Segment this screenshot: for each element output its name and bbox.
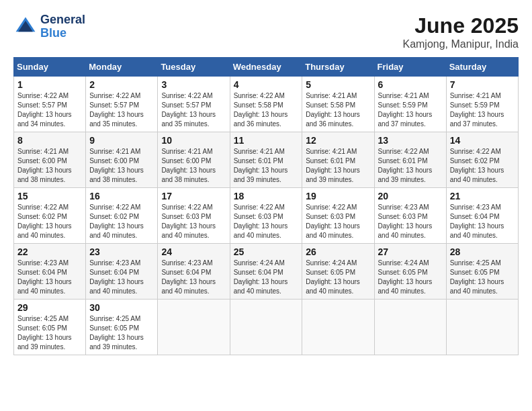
day-info: Sunrise: 4:22 AM Sunset: 5:57 PM Dayligh… [161,91,226,129]
day-info: Sunrise: 4:25 AM Sunset: 6:05 PM Dayligh… [17,314,82,352]
day-info: Sunrise: 4:25 AM Sunset: 6:05 PM Dayligh… [450,259,515,296]
day-info: Sunrise: 4:22 AM Sunset: 6:03 PM Dayligh… [234,203,299,240]
header: General Blue June 2025 Kamjong, Manipur,… [13,13,519,50]
day-info: Sunrise: 4:23 AM Sunset: 6:04 PM Dayligh… [17,259,82,296]
calendar-cell [446,300,518,355]
calendar-cell: 11Sunrise: 4:21 AM Sunset: 6:01 PM Dayli… [230,132,302,188]
calendar-cell: 5Sunrise: 4:21 AM Sunset: 5:58 PM Daylig… [302,77,374,132]
calendar-cell: 23Sunrise: 4:23 AM Sunset: 6:04 PM Dayli… [86,244,158,300]
day-number: 17 [161,191,226,201]
logo: General Blue [13,13,85,40]
calendar-cell: 2Sunrise: 4:22 AM Sunset: 5:57 PM Daylig… [86,77,158,132]
day-info: Sunrise: 4:22 AM Sunset: 5:58 PM Dayligh… [234,91,299,129]
calendar-cell: 17Sunrise: 4:22 AM Sunset: 6:03 PM Dayli… [158,188,230,244]
header-row: SundayMondayTuesdayWednesdayThursdayFrid… [14,58,519,77]
calendar-cell: 4Sunrise: 4:22 AM Sunset: 5:58 PM Daylig… [230,77,302,132]
calendar-week-3: 15Sunrise: 4:22 AM Sunset: 6:02 PM Dayli… [14,188,519,244]
day-number: 22 [17,246,82,257]
calendar-cell: 12Sunrise: 4:21 AM Sunset: 6:01 PM Dayli… [302,132,374,188]
calendar-cell: 15Sunrise: 4:22 AM Sunset: 6:02 PM Dayli… [14,188,86,244]
day-number: 23 [89,246,154,257]
day-info: Sunrise: 4:23 AM Sunset: 6:04 PM Dayligh… [450,203,515,240]
col-header-friday: Friday [374,58,446,77]
col-header-tuesday: Tuesday [158,58,230,77]
calendar-table: SundayMondayTuesdayWednesdayThursdayFrid… [13,57,519,355]
logo-line1: General [40,13,85,27]
day-number: 16 [89,191,154,201]
day-number: 19 [306,191,370,201]
day-info: Sunrise: 4:22 AM Sunset: 5:57 PM Dayligh… [17,91,82,129]
logo-icon [13,15,38,39]
location-title: Kamjong, Manipur, India [402,38,519,50]
day-number: 21 [450,191,515,201]
col-header-saturday: Saturday [446,58,518,77]
month-title: June 2025 [402,13,519,38]
day-info: Sunrise: 4:21 AM Sunset: 6:00 PM Dayligh… [161,147,226,185]
day-info: Sunrise: 4:22 AM Sunset: 6:03 PM Dayligh… [161,203,226,240]
day-number: 4 [234,79,299,90]
logo-line2: Blue [40,27,85,40]
day-info: Sunrise: 4:21 AM Sunset: 5:59 PM Dayligh… [450,91,515,129]
day-number: 15 [17,191,82,201]
calendar-cell [302,300,374,355]
calendar-cell [158,300,230,355]
day-info: Sunrise: 4:24 AM Sunset: 6:04 PM Dayligh… [234,259,299,296]
day-number: 18 [234,191,299,201]
logo-text: General Blue [40,13,85,40]
day-number: 11 [234,135,299,146]
day-info: Sunrise: 4:21 AM Sunset: 5:58 PM Dayligh… [306,91,370,129]
day-number: 8 [17,135,82,146]
day-info: Sunrise: 4:25 AM Sunset: 6:05 PM Dayligh… [89,314,154,352]
day-number: 7 [450,79,515,90]
day-info: Sunrise: 4:24 AM Sunset: 6:05 PM Dayligh… [378,259,443,296]
day-info: Sunrise: 4:24 AM Sunset: 6:05 PM Dayligh… [306,259,370,296]
calendar-cell: 25Sunrise: 4:24 AM Sunset: 6:04 PM Dayli… [230,244,302,300]
day-info: Sunrise: 4:23 AM Sunset: 6:04 PM Dayligh… [89,259,154,296]
day-number: 5 [306,79,370,90]
day-number: 29 [17,302,82,313]
col-header-sunday: Sunday [14,58,86,77]
calendar-cell: 9Sunrise: 4:21 AM Sunset: 6:00 PM Daylig… [86,132,158,188]
calendar-cell: 7Sunrise: 4:21 AM Sunset: 5:59 PM Daylig… [446,77,518,132]
calendar-cell: 10Sunrise: 4:21 AM Sunset: 6:00 PM Dayli… [158,132,230,188]
calendar-week-1: 1Sunrise: 4:22 AM Sunset: 5:57 PM Daylig… [14,77,519,132]
calendar-cell: 21Sunrise: 4:23 AM Sunset: 6:04 PM Dayli… [446,188,518,244]
day-number: 27 [378,246,443,257]
day-number: 10 [161,135,226,146]
calendar-cell: 6Sunrise: 4:21 AM Sunset: 5:59 PM Daylig… [374,77,446,132]
calendar-cell [230,300,302,355]
day-info: Sunrise: 4:21 AM Sunset: 6:00 PM Dayligh… [17,147,82,185]
calendar-cell: 1Sunrise: 4:22 AM Sunset: 5:57 PM Daylig… [14,77,86,132]
calendar-cell: 22Sunrise: 4:23 AM Sunset: 6:04 PM Dayli… [14,244,86,300]
calendar-cell: 14Sunrise: 4:22 AM Sunset: 6:02 PM Dayli… [446,132,518,188]
day-number: 2 [89,79,154,90]
calendar-cell: 29Sunrise: 4:25 AM Sunset: 6:05 PM Dayli… [14,300,86,355]
day-number: 3 [161,79,226,90]
col-header-wednesday: Wednesday [230,58,302,77]
calendar-cell: 26Sunrise: 4:24 AM Sunset: 6:05 PM Dayli… [302,244,374,300]
title-area: June 2025 Kamjong, Manipur, India [402,13,519,50]
calendar-cell: 18Sunrise: 4:22 AM Sunset: 6:03 PM Dayli… [230,188,302,244]
calendar-week-2: 8Sunrise: 4:21 AM Sunset: 6:00 PM Daylig… [14,132,519,188]
day-number: 20 [378,191,443,201]
calendar-week-5: 29Sunrise: 4:25 AM Sunset: 6:05 PM Dayli… [14,300,519,355]
day-number: 25 [234,246,299,257]
day-number: 9 [89,135,154,146]
col-header-thursday: Thursday [302,58,374,77]
calendar-cell: 28Sunrise: 4:25 AM Sunset: 6:05 PM Dayli… [446,244,518,300]
day-info: Sunrise: 4:21 AM Sunset: 5:59 PM Dayligh… [378,91,443,129]
day-number: 1 [17,79,82,90]
day-number: 24 [161,246,226,257]
col-header-monday: Monday [86,58,158,77]
calendar-cell: 19Sunrise: 4:22 AM Sunset: 6:03 PM Dayli… [302,188,374,244]
calendar-cell: 20Sunrise: 4:23 AM Sunset: 6:03 PM Dayli… [374,188,446,244]
day-number: 30 [89,302,154,313]
day-info: Sunrise: 4:22 AM Sunset: 5:57 PM Dayligh… [89,91,154,129]
calendar-cell: 27Sunrise: 4:24 AM Sunset: 6:05 PM Dayli… [374,244,446,300]
day-number: 14 [450,135,515,146]
day-info: Sunrise: 4:22 AM Sunset: 6:02 PM Dayligh… [89,203,154,240]
day-number: 26 [306,246,370,257]
calendar-week-4: 22Sunrise: 4:23 AM Sunset: 6:04 PM Dayli… [14,244,519,300]
day-info: Sunrise: 4:22 AM Sunset: 6:02 PM Dayligh… [17,203,82,240]
calendar-cell: 16Sunrise: 4:22 AM Sunset: 6:02 PM Dayli… [86,188,158,244]
